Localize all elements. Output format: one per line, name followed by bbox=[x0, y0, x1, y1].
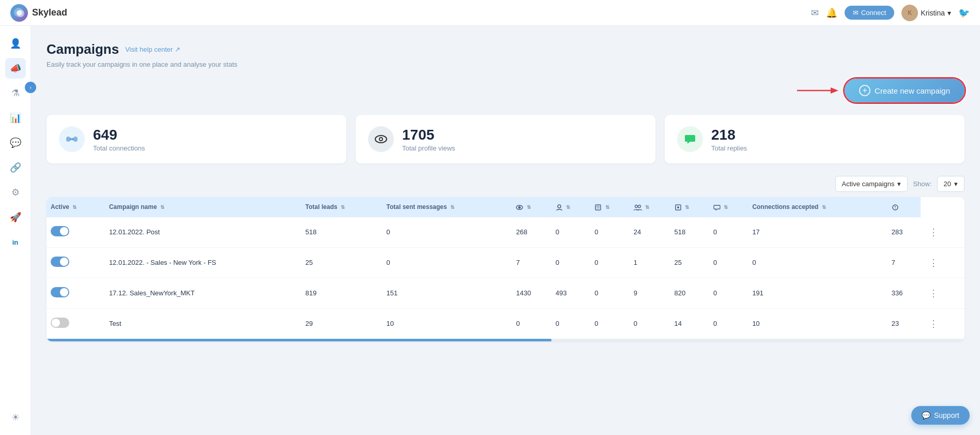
th-col2[interactable]: ⇅ bbox=[552, 197, 590, 217]
svg-point-25 bbox=[895, 208, 895, 209]
cell-c3: 0 bbox=[590, 278, 629, 308]
sidebar-item-user[interactable]: 👤 bbox=[5, 33, 26, 54]
user-icon: 👤 bbox=[10, 38, 21, 49]
cell-c1: 0 bbox=[512, 308, 551, 339]
stat-info-replies: 218 Total replies bbox=[711, 127, 747, 152]
cell-sent: 0 bbox=[382, 217, 512, 248]
mail-icon[interactable]: ✉ bbox=[811, 7, 819, 19]
sun-icon: ☀ bbox=[11, 412, 20, 423]
th-col4[interactable]: ⇅ bbox=[630, 197, 670, 217]
cell-c6: 0 bbox=[709, 247, 748, 278]
sidebar-item-theme[interactable]: ☀ bbox=[5, 407, 26, 428]
bell-icon[interactable]: 🔔 bbox=[826, 7, 837, 19]
stats-row: 649 Total connections 1705 Total profile… bbox=[47, 115, 964, 163]
cell-c7: 191 bbox=[748, 278, 887, 308]
twitter-icon[interactable]: 🐦 bbox=[958, 7, 970, 19]
sidebar-item-settings[interactable]: ⚙ bbox=[5, 182, 26, 203]
svg-marker-4 bbox=[831, 87, 838, 94]
link-icon: 🔗 bbox=[10, 162, 21, 173]
th-views[interactable]: ⇅ bbox=[512, 197, 551, 217]
help-center-link[interactable]: Visit help center ↗ bbox=[125, 46, 180, 53]
table-controls: Active campaigns ▾ Show: 20 ▾ bbox=[47, 176, 964, 192]
logo: Skylead bbox=[10, 4, 67, 22]
sidebar-item-filter[interactable]: ⚗ bbox=[5, 83, 26, 103]
cell-c7: 0 bbox=[748, 247, 887, 278]
more-button[interactable]: ⋮ bbox=[925, 316, 942, 332]
more-button[interactable]: ⋮ bbox=[925, 286, 942, 301]
cell-c6: 0 bbox=[709, 308, 748, 339]
page-header: Campaigns Visit help center ↗ Easily tra… bbox=[47, 41, 964, 68]
show-dropdown[interactable]: 20 ▾ bbox=[937, 176, 964, 192]
logo-text: Skylead bbox=[32, 7, 67, 18]
sidebar-item-rocket[interactable]: 🚀 bbox=[5, 207, 26, 228]
chart-icon: 📊 bbox=[10, 112, 21, 124]
table-header: Active ⇅ Campaign name ⇅ Total leads ⇅ T… bbox=[47, 197, 964, 217]
cell-leads: 518 bbox=[301, 217, 382, 248]
cell-c5: 518 bbox=[670, 217, 709, 248]
svg-point-2 bbox=[17, 10, 22, 16]
sidebar-item-links[interactable]: 🔗 bbox=[5, 157, 26, 178]
th-sent[interactable]: Total sent messages ⇅ bbox=[382, 197, 512, 217]
connect-mail-icon: ✉ bbox=[853, 9, 859, 17]
create-button-area: + Create new campaign bbox=[47, 79, 964, 102]
cell-c7: 17 bbox=[748, 217, 887, 248]
cell-c1: 268 bbox=[512, 217, 551, 248]
avatar: K bbox=[901, 5, 918, 21]
cell-c2: 0 bbox=[552, 217, 590, 248]
cell-leads: 29 bbox=[301, 308, 382, 339]
plus-icon: + bbox=[859, 85, 870, 96]
create-campaign-label: Create new campaign bbox=[875, 86, 950, 95]
th-actions bbox=[887, 197, 921, 217]
active-toggle[interactable] bbox=[51, 226, 69, 236]
topnav: Skylead ✉ 🔔 ✉ Connect K Kristina ▾ 🐦 bbox=[0, 0, 980, 26]
th-col6[interactable]: ⇅ bbox=[709, 197, 748, 217]
th-col5[interactable]: ⇅ bbox=[670, 197, 709, 217]
filter-chevron-icon: ▾ bbox=[897, 180, 901, 188]
cell-c3: 0 bbox=[590, 308, 629, 339]
sidebar-toggle[interactable]: › bbox=[25, 82, 36, 93]
sidebar-item-messages[interactable]: 💬 bbox=[5, 132, 26, 153]
scrollbar-thumb bbox=[47, 339, 552, 341]
connect-button[interactable]: ✉ Connect bbox=[845, 6, 894, 20]
svg-rect-16 bbox=[595, 205, 601, 210]
th-active[interactable]: Active ⇅ bbox=[47, 197, 105, 217]
table-row: 12.01.2022. - Sales - New York - FS 25 0… bbox=[47, 247, 964, 278]
stat-card-replies: 218 Total replies bbox=[665, 115, 964, 163]
active-toggle[interactable] bbox=[51, 287, 69, 297]
sidebar-item-analytics[interactable]: 📊 bbox=[5, 108, 26, 128]
stat-card-views: 1705 Total profile views bbox=[356, 115, 655, 163]
th-leads[interactable]: Total leads ⇅ bbox=[301, 197, 382, 217]
sidebar-item-linkedin[interactable]: in bbox=[5, 232, 26, 252]
scrollbar-track[interactable] bbox=[47, 339, 964, 341]
cell-c4: 1 bbox=[630, 247, 670, 278]
svg-point-20 bbox=[638, 205, 640, 207]
support-button[interactable]: 💬 Support bbox=[911, 406, 970, 425]
cell-c3: 0 bbox=[590, 217, 629, 248]
cell-active bbox=[47, 247, 105, 278]
cell-name: 12.01.2022. Post bbox=[105, 217, 301, 248]
active-toggle[interactable] bbox=[51, 318, 69, 328]
cell-c7: 10 bbox=[748, 308, 887, 339]
user-menu[interactable]: K Kristina ▾ bbox=[901, 5, 951, 21]
cell-c5: 25 bbox=[670, 247, 709, 278]
more-button[interactable]: ⋮ bbox=[925, 255, 942, 271]
connections-label: Total connections bbox=[93, 144, 145, 152]
create-campaign-button[interactable]: + Create new campaign bbox=[845, 79, 964, 102]
cell-c2: 0 bbox=[552, 308, 590, 339]
views-number: 1705 bbox=[402, 127, 455, 143]
more-button[interactable]: ⋮ bbox=[925, 224, 942, 240]
arrow-indicator bbox=[797, 84, 838, 97]
sidebar-item-campaigns[interactable]: 📣 bbox=[5, 58, 26, 79]
th-col3[interactable]: ⇅ bbox=[590, 197, 629, 217]
filter-dropdown[interactable]: Active campaigns ▾ bbox=[835, 176, 908, 192]
replies-icon bbox=[677, 126, 703, 152]
cell-c4: 0 bbox=[630, 308, 670, 339]
cell-name: Test bbox=[105, 308, 301, 339]
table-row: 17.12. Sales_NewYork_MKT 819 151 1430 49… bbox=[47, 278, 964, 308]
th-name[interactable]: Campaign name ⇅ bbox=[105, 197, 301, 217]
stat-card-connections: 649 Total connections bbox=[47, 115, 346, 163]
cell-connections: 23 bbox=[887, 308, 921, 339]
rocket-icon: 🚀 bbox=[10, 212, 21, 223]
active-toggle[interactable] bbox=[51, 257, 69, 267]
th-connections[interactable]: Connections accepted ⇅ bbox=[748, 197, 887, 217]
